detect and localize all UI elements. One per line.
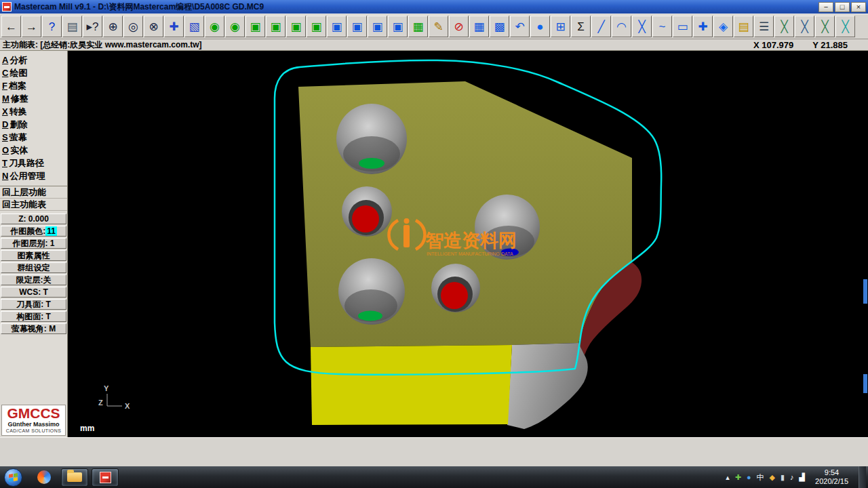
network-icon[interactable]: ▟ [800, 474, 805, 481]
xform-offset-icon[interactable]: ╳ [835, 16, 855, 37]
browser-tray-icon[interactable]: ● [747, 474, 751, 481]
show-hidden-icon[interactable]: ▴ [726, 474, 730, 481]
sigma-icon[interactable]: Σ [571, 16, 591, 37]
menu-item[interactable]: M修整 [0, 92, 67, 105]
point-cross-icon[interactable]: ✚ [693, 16, 713, 37]
gview-back-icon[interactable]: ▣ [307, 16, 326, 37]
cplane-top-icon[interactable]: ▣ [347, 16, 367, 37]
menu-item-label: 实体 [10, 145, 28, 155]
copy-window-icon[interactable]: ▦ [469, 16, 489, 37]
setting-button[interactable]: 群组设定 [1, 262, 66, 273]
menu-item-label: 分析 [9, 55, 27, 65]
gview-iso-icon[interactable]: ◉ [205, 16, 224, 37]
list-bars-icon[interactable]: ☰ [754, 16, 774, 37]
setting-button[interactable]: 刀具面: T [1, 299, 66, 310]
gview-wcs-icon[interactable]: ◉ [225, 16, 245, 37]
backup-menu-button[interactable]: 回上层功能 [0, 186, 67, 199]
toolbar-icon: ╳ [801, 21, 808, 33]
undo-icon[interactable]: ↶ [510, 16, 530, 37]
clock-time: 9:54 [815, 468, 848, 477]
toolbar-icon: ▭ [677, 21, 688, 33]
maximize-button[interactable]: □ [835, 2, 850, 12]
menu-item[interactable]: O实体 [0, 144, 67, 157]
ime-icon[interactable]: 中 [757, 474, 764, 481]
taskbar-explorer-button[interactable] [61, 468, 88, 487]
toolbar-icon: ▣ [311, 21, 321, 33]
close-button[interactable]: × [851, 2, 866, 12]
hole-bottom-left [338, 258, 405, 325]
pencil-icon[interactable]: ✎ [429, 16, 448, 37]
gview-top-icon[interactable]: ▣ [245, 16, 265, 37]
scrollbar-marker-upper[interactable] [863, 279, 867, 304]
cplane-side-icon[interactable]: ▣ [388, 16, 408, 37]
model-side-gray [507, 343, 588, 429]
toolbar-icon: ~ [659, 21, 666, 33]
notepad-icon[interactable]: ▤ [62, 16, 82, 37]
taskbar-browser-button[interactable] [31, 468, 58, 487]
menu-item[interactable]: X转换 [0, 105, 67, 118]
trim-icon[interactable]: ╳ [632, 16, 652, 37]
cplane-front-icon[interactable]: ▣ [368, 16, 387, 37]
menu-item[interactable]: F档案 [0, 79, 67, 92]
setting-button[interactable]: 萤幕视角: M [1, 323, 66, 334]
xform-rotate-icon[interactable]: ╳ [795, 16, 814, 37]
color-button[interactable]: 作图颜色:11 [1, 226, 66, 237]
line-icon[interactable]: ╱ [591, 16, 611, 37]
zoom-target-icon[interactable]: ⊗ [144, 16, 163, 37]
shade-icon[interactable]: ▦ [408, 16, 428, 37]
drawer-icon[interactable]: ▤ [734, 16, 753, 37]
update-icon[interactable]: ◆ [770, 474, 775, 481]
xform-scale-icon[interactable]: ╳ [815, 16, 835, 37]
taskbar-mastercam-button[interactable] [92, 468, 119, 487]
rect-icon[interactable]: ▭ [673, 16, 692, 37]
grid-icon[interactable]: ⊞ [551, 16, 570, 37]
toolbar-icon: ⊘ [454, 21, 463, 33]
solid-cube-icon[interactable]: ◈ [713, 16, 733, 37]
show-desktop-button[interactable] [859, 466, 866, 488]
volume-icon[interactable]: ♪ [790, 474, 794, 481]
paste-window-icon[interactable]: ▩ [490, 16, 509, 37]
zoom-window-icon[interactable]: ▧ [184, 16, 204, 37]
setting-button[interactable]: 限定层:关 [1, 274, 66, 285]
help-icon[interactable]: ? [42, 16, 62, 37]
menu-item[interactable]: S萤幕 [0, 131, 67, 144]
minimize-button[interactable]: − [818, 2, 833, 12]
setting-button[interactable]: 作图层别: 1 [1, 238, 66, 249]
menu-item[interactable]: A分析 [0, 54, 67, 66]
start-button[interactable] [4, 468, 22, 487]
menu-item[interactable]: C绘图 [0, 66, 67, 79]
toolbar-icon: ▣ [290, 21, 301, 33]
z-depth-button[interactable]: Z: 0.000 [1, 214, 66, 224]
zoom-in-icon[interactable]: ⊕ [103, 16, 123, 37]
back-icon[interactable]: ← [1, 16, 21, 37]
security-icon[interactable]: ✚ [735, 474, 741, 481]
setting-button[interactable]: WCS: T [1, 287, 66, 298]
menu-item[interactable]: D删除 [0, 118, 67, 131]
cplane-3d-icon[interactable]: ▣ [327, 16, 347, 37]
forward-icon[interactable]: → [22, 16, 41, 37]
menu-item[interactable]: N公用管理 [0, 169, 67, 182]
coordinate-y: Y 21.885 [812, 40, 848, 50]
menu-item[interactable]: T刀具路径 [0, 157, 67, 169]
spline-icon[interactable]: ~ [652, 16, 672, 37]
cursor-help-icon[interactable]: ▸? [83, 16, 102, 37]
usb-icon[interactable]: ▮ [781, 474, 785, 481]
graphics-viewport[interactable]: 智造资料网 INTELLIGENT MANUFACTURING DATA Y Z… [68, 51, 868, 437]
zoom-fit-icon[interactable]: ◎ [123, 16, 143, 37]
mastercam-app-icon [2, 2, 12, 12]
mastercam-taskbar-icon [100, 472, 111, 483]
sphere-icon[interactable]: ● [530, 16, 550, 37]
pan-icon[interactable]: ✚ [164, 16, 184, 37]
setting-button[interactable]: 图素属性 [1, 250, 66, 261]
main-menu: A分析 C绘图 F档案 M修整 X转换 [0, 51, 67, 182]
setting-button[interactable]: 构图面: T [1, 311, 66, 322]
gview-front-icon[interactable]: ▣ [266, 16, 285, 37]
delete-icon[interactable]: ⊘ [449, 16, 469, 37]
gview-side-icon[interactable]: ▣ [286, 16, 306, 37]
scrollbar-marker-lower[interactable] [863, 374, 867, 393]
watermark-subtext: INTELLIGENT MANUFACTURING DATA [427, 251, 513, 256]
arc-icon[interactable]: ◠ [612, 16, 631, 37]
main-menu-button[interactable]: 回主功能表 [0, 199, 67, 211]
xform-mirror-icon[interactable]: ╳ [774, 16, 794, 37]
taskbar-clock[interactable]: 9:54 2020/2/15 [815, 468, 848, 486]
